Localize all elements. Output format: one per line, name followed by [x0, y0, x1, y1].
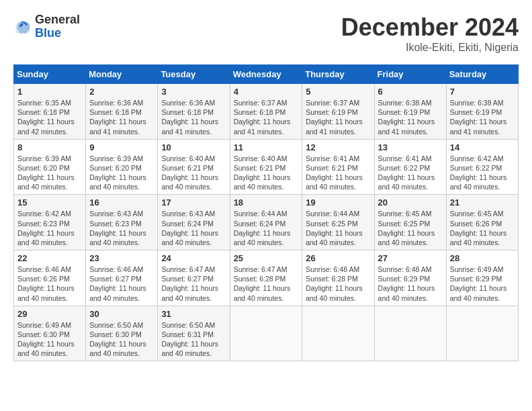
- calendar-week-row: 15 Sunrise: 6:42 AM Sunset: 6:23 PM Dayl…: [14, 195, 519, 250]
- day-number: 28: [450, 253, 515, 263]
- day-of-week-header: Thursday: [302, 65, 374, 84]
- calendar-day-cell: 29 Sunrise: 6:49 AM Sunset: 6:30 PM Dayl…: [14, 306, 86, 361]
- calendar-day-cell: 7 Sunrise: 6:38 AM Sunset: 6:19 PM Dayli…: [446, 84, 518, 140]
- calendar-day-cell: 11 Sunrise: 6:40 AM Sunset: 6:21 PM Dayl…: [230, 139, 302, 195]
- calendar-day-cell: [302, 306, 374, 361]
- day-of-week-header: Friday: [374, 65, 446, 84]
- day-info: Sunrise: 6:37 AM Sunset: 6:18 PM Dayligh…: [234, 98, 299, 136]
- calendar-day-cell: 27 Sunrise: 6:48 AM Sunset: 6:29 PM Dayl…: [374, 250, 446, 306]
- day-number: 7: [450, 87, 515, 97]
- day-info: Sunrise: 6:37 AM Sunset: 6:19 PM Dayligh…: [306, 98, 370, 136]
- day-info: Sunrise: 6:46 AM Sunset: 6:27 PM Dayligh…: [89, 265, 154, 303]
- calendar-day-cell: 26 Sunrise: 6:48 AM Sunset: 6:28 PM Dayl…: [302, 250, 374, 306]
- day-info: Sunrise: 6:47 AM Sunset: 6:28 PM Dayligh…: [234, 265, 299, 303]
- calendar-day-cell: 1 Sunrise: 6:35 AM Sunset: 6:18 PM Dayli…: [14, 84, 86, 140]
- day-info: Sunrise: 6:40 AM Sunset: 6:21 PM Dayligh…: [234, 154, 299, 192]
- logo-icon: [13, 17, 32, 36]
- calendar-week-row: 22 Sunrise: 6:46 AM Sunset: 6:26 PM Dayl…: [14, 250, 519, 306]
- day-info: Sunrise: 6:47 AM Sunset: 6:27 PM Dayligh…: [161, 265, 226, 303]
- calendar-day-cell: 13 Sunrise: 6:41 AM Sunset: 6:22 PM Dayl…: [374, 139, 446, 195]
- day-number: 2: [89, 87, 154, 97]
- day-number: 11: [234, 142, 299, 152]
- calendar-day-cell: [446, 306, 518, 361]
- day-info: Sunrise: 6:44 AM Sunset: 6:24 PM Dayligh…: [234, 209, 299, 247]
- day-info: Sunrise: 6:38 AM Sunset: 6:19 PM Dayligh…: [378, 98, 443, 136]
- day-info: Sunrise: 6:45 AM Sunset: 6:25 PM Dayligh…: [378, 209, 443, 247]
- calendar-day-cell: 14 Sunrise: 6:42 AM Sunset: 6:22 PM Dayl…: [446, 139, 518, 195]
- page-header: General Blue December 2024 Ikole-Ekiti, …: [13, 13, 519, 54]
- calendar-day-cell: 17 Sunrise: 6:43 AM Sunset: 6:24 PM Dayl…: [158, 195, 230, 250]
- calendar-day-cell: 20 Sunrise: 6:45 AM Sunset: 6:25 PM Dayl…: [374, 195, 446, 250]
- day-number: 13: [378, 142, 443, 152]
- day-info: Sunrise: 6:49 AM Sunset: 6:29 PM Dayligh…: [450, 265, 515, 303]
- day-info: Sunrise: 6:43 AM Sunset: 6:24 PM Dayligh…: [161, 209, 226, 247]
- day-info: Sunrise: 6:50 AM Sunset: 6:31 PM Dayligh…: [161, 320, 226, 359]
- day-info: Sunrise: 6:48 AM Sunset: 6:29 PM Dayligh…: [378, 265, 443, 303]
- day-info: Sunrise: 6:48 AM Sunset: 6:28 PM Dayligh…: [306, 265, 370, 303]
- day-number: 21: [450, 197, 515, 208]
- day-info: Sunrise: 6:35 AM Sunset: 6:18 PM Dayligh…: [17, 98, 82, 136]
- calendar-day-cell: 10 Sunrise: 6:40 AM Sunset: 6:21 PM Dayl…: [158, 139, 230, 195]
- day-number: 17: [161, 197, 226, 208]
- day-number: 6: [378, 87, 443, 97]
- day-number: 23: [89, 253, 154, 263]
- day-number: 22: [17, 253, 82, 263]
- day-number: 3: [161, 87, 226, 97]
- day-number: 4: [234, 87, 299, 97]
- day-info: Sunrise: 6:41 AM Sunset: 6:21 PM Dayligh…: [306, 154, 370, 192]
- logo-blue: Blue: [35, 27, 80, 40]
- calendar-day-cell: 2 Sunrise: 6:36 AM Sunset: 6:18 PM Dayli…: [86, 84, 158, 140]
- day-number: 9: [89, 142, 154, 152]
- calendar-day-cell: 28 Sunrise: 6:49 AM Sunset: 6:29 PM Dayl…: [446, 250, 518, 306]
- day-of-week-header: Tuesday: [158, 65, 230, 84]
- calendar-day-cell: [374, 306, 446, 361]
- logo-general: General: [35, 13, 80, 27]
- calendar-day-cell: 24 Sunrise: 6:47 AM Sunset: 6:27 PM Dayl…: [158, 250, 230, 306]
- calendar-day-cell: 19 Sunrise: 6:44 AM Sunset: 6:25 PM Dayl…: [302, 195, 374, 250]
- calendar-day-cell: 12 Sunrise: 6:41 AM Sunset: 6:21 PM Dayl…: [302, 139, 374, 195]
- calendar-day-cell: 18 Sunrise: 6:44 AM Sunset: 6:24 PM Dayl…: [230, 195, 302, 250]
- calendar-week-row: 8 Sunrise: 6:39 AM Sunset: 6:20 PM Dayli…: [14, 139, 519, 195]
- day-number: 18: [234, 197, 299, 208]
- day-of-week-header: Saturday: [446, 65, 518, 84]
- day-number: 20: [378, 197, 443, 208]
- day-info: Sunrise: 6:50 AM Sunset: 6:30 PM Dayligh…: [89, 320, 154, 359]
- calendar-day-cell: 25 Sunrise: 6:47 AM Sunset: 6:28 PM Dayl…: [230, 250, 302, 306]
- day-info: Sunrise: 6:38 AM Sunset: 6:19 PM Dayligh…: [450, 98, 515, 136]
- day-number: 27: [378, 253, 443, 263]
- day-number: 14: [450, 142, 515, 152]
- calendar-day-cell: 15 Sunrise: 6:42 AM Sunset: 6:23 PM Dayl…: [14, 195, 86, 250]
- day-number: 26: [306, 253, 370, 263]
- calendar-day-cell: 9 Sunrise: 6:39 AM Sunset: 6:20 PM Dayli…: [86, 139, 158, 195]
- day-info: Sunrise: 6:39 AM Sunset: 6:20 PM Dayligh…: [89, 154, 154, 192]
- calendar-week-row: 29 Sunrise: 6:49 AM Sunset: 6:30 PM Dayl…: [14, 306, 519, 361]
- calendar-day-cell: 5 Sunrise: 6:37 AM Sunset: 6:19 PM Dayli…: [302, 84, 374, 140]
- calendar-day-cell: 4 Sunrise: 6:37 AM Sunset: 6:18 PM Dayli…: [230, 84, 302, 140]
- day-number: 5: [306, 87, 370, 97]
- day-number: 31: [161, 309, 226, 319]
- calendar-table: SundayMondayTuesdayWednesdayThursdayFrid…: [13, 64, 519, 361]
- calendar-day-cell: 31 Sunrise: 6:50 AM Sunset: 6:31 PM Dayl…: [158, 306, 230, 361]
- title-block: December 2024 Ikole-Ekiti, Ekiti, Nigeri…: [341, 13, 519, 54]
- day-number: 25: [234, 253, 299, 263]
- calendar-day-cell: 6 Sunrise: 6:38 AM Sunset: 6:19 PM Dayli…: [374, 84, 446, 140]
- day-number: 29: [17, 309, 82, 319]
- day-info: Sunrise: 6:43 AM Sunset: 6:23 PM Dayligh…: [89, 209, 154, 247]
- day-info: Sunrise: 6:49 AM Sunset: 6:30 PM Dayligh…: [17, 320, 82, 359]
- day-number: 16: [89, 197, 154, 208]
- calendar-day-cell: 21 Sunrise: 6:45 AM Sunset: 6:26 PM Dayl…: [446, 195, 518, 250]
- calendar-day-cell: 3 Sunrise: 6:36 AM Sunset: 6:18 PM Dayli…: [158, 84, 230, 140]
- day-info: Sunrise: 6:44 AM Sunset: 6:25 PM Dayligh…: [306, 209, 370, 247]
- location-title: Ikole-Ekiti, Ekiti, Nigeria: [341, 42, 519, 54]
- day-number: 15: [17, 197, 82, 208]
- day-number: 1: [17, 87, 82, 97]
- day-of-week-header: Wednesday: [230, 65, 302, 84]
- day-of-week-header: Sunday: [14, 65, 86, 84]
- day-number: 30: [89, 309, 154, 319]
- calendar-header-row: SundayMondayTuesdayWednesdayThursdayFrid…: [14, 65, 519, 84]
- day-info: Sunrise: 6:36 AM Sunset: 6:18 PM Dayligh…: [89, 98, 154, 136]
- day-number: 24: [161, 253, 226, 263]
- calendar-day-cell: 30 Sunrise: 6:50 AM Sunset: 6:30 PM Dayl…: [86, 306, 158, 361]
- day-info: Sunrise: 6:42 AM Sunset: 6:22 PM Dayligh…: [450, 154, 515, 192]
- calendar-day-cell: [230, 306, 302, 361]
